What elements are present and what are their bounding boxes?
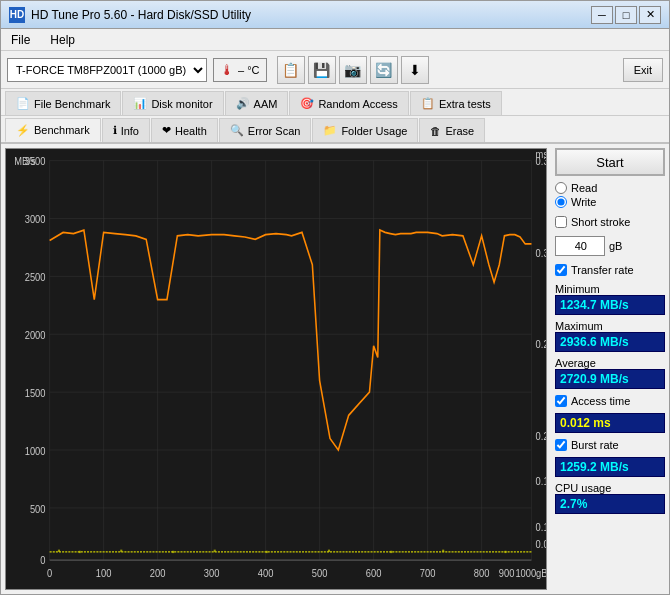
benchmark-chart: 3500 3000 2500 2000 1500 1000 500 0 MB/s…: [6, 149, 546, 589]
svg-text:700: 700: [420, 568, 436, 580]
svg-text:1500: 1500: [25, 387, 46, 399]
title-bar: HD HD Tune Pro 5.60 - Hard Disk/SSD Util…: [1, 1, 669, 29]
file-menu[interactable]: File: [5, 31, 36, 49]
svg-text:2500: 2500: [25, 272, 46, 284]
tab-extra-tests-label: Extra tests: [439, 98, 491, 110]
access-time-checkbox[interactable]: [555, 395, 567, 407]
tab-file-benchmark[interactable]: 📄 File Benchmark: [5, 91, 121, 115]
toolbar: T-FORCE TM8FPZ001T (1000 gB) 🌡 – °C 📋 💾 …: [1, 51, 669, 89]
main-window: HD HD Tune Pro 5.60 - Hard Disk/SSD Util…: [0, 0, 670, 595]
tab-folder-usage[interactable]: 📁 Folder Usage: [312, 118, 418, 142]
temperature-display: 🌡 – °C: [213, 58, 267, 82]
svg-rect-47: [58, 550, 60, 552]
thermometer-icon: 🌡: [220, 62, 234, 78]
exit-button[interactable]: Exit: [623, 58, 663, 82]
short-stroke-label: Short stroke: [571, 216, 630, 228]
average-stat: Average 2720.9 MB/s: [555, 356, 665, 389]
tab-info-label: Info: [121, 125, 139, 137]
aam-icon: 🔊: [236, 97, 250, 110]
chart-area: 3500 3000 2500 2000 1500 1000 500 0 MB/s…: [5, 148, 547, 590]
close-button[interactable]: ✕: [639, 6, 661, 24]
transfer-rate-checkbox[interactable]: [555, 264, 567, 276]
tab-health[interactable]: ❤ Health: [151, 118, 218, 142]
burst-rate-value: 1259.2 MB/s: [555, 457, 665, 477]
burst-rate-checkbox[interactable]: [555, 439, 567, 451]
minimum-value: 1234.7 MB/s: [555, 295, 665, 315]
svg-text:0.30: 0.30: [536, 247, 546, 259]
write-radio-row: Write: [555, 196, 665, 208]
svg-text:ms: ms: [536, 149, 546, 160]
tab-file-benchmark-label: File Benchmark: [34, 98, 110, 110]
burst-rate-label: Burst rate: [571, 439, 619, 451]
access-time-row: Access time: [555, 395, 665, 407]
transfer-rate-row: Transfer rate: [555, 264, 665, 276]
tab-benchmark[interactable]: ⚡ Benchmark: [5, 118, 101, 142]
svg-rect-56: [504, 551, 506, 553]
maximize-button[interactable]: □: [615, 6, 637, 24]
svg-text:500: 500: [312, 568, 328, 580]
svg-text:100: 100: [96, 568, 112, 580]
svg-rect-48: [79, 551, 81, 553]
svg-text:500: 500: [30, 503, 46, 515]
tab-erase[interactable]: 🗑 Erase: [419, 118, 485, 142]
tab-error-scan[interactable]: 🔍 Error Scan: [219, 118, 312, 142]
minimum-stat: Minimum 1234.7 MB/s: [555, 282, 665, 315]
minimize-button[interactable]: ─: [591, 6, 613, 24]
toolbar-btn-1[interactable]: 📋: [277, 56, 305, 84]
info-icon: ℹ: [113, 124, 117, 137]
erase-icon: 🗑: [430, 125, 441, 137]
help-menu[interactable]: Help: [44, 31, 81, 49]
svg-rect-55: [442, 550, 444, 552]
error-scan-icon: 🔍: [230, 124, 244, 137]
burst-rate-row: Burst rate: [555, 439, 665, 451]
svg-text:0.20: 0.20: [536, 430, 546, 442]
right-panel: Start Read Write Short stroke gB: [551, 144, 669, 594]
tab-info[interactable]: ℹ Info: [102, 118, 150, 142]
svg-text:0.05: 0.05: [536, 539, 546, 551]
tab-random-access-label: Random Access: [318, 98, 397, 110]
access-time-value: 0.012 ms: [555, 413, 665, 433]
toolbar-icons: 📋 💾 📷 🔄 ⬇: [277, 56, 429, 84]
app-icon: HD: [9, 7, 25, 23]
svg-text:300: 300: [204, 568, 220, 580]
write-radio[interactable]: [555, 196, 567, 208]
tab-error-scan-label: Error Scan: [248, 125, 301, 137]
drive-select[interactable]: T-FORCE TM8FPZ001T (1000 gB): [7, 58, 207, 82]
minimum-label: Minimum: [555, 283, 665, 295]
health-icon: ❤: [162, 124, 171, 137]
tab-random-access[interactable]: 🎯 Random Access: [289, 91, 408, 115]
toolbar-btn-4[interactable]: 🔄: [370, 56, 398, 84]
svg-text:MB/s: MB/s: [14, 156, 35, 168]
tab-disk-monitor[interactable]: 📊 Disk monitor: [122, 91, 223, 115]
maximum-label: Maximum: [555, 320, 665, 332]
cpu-value: 2.7%: [555, 494, 665, 514]
svg-text:800: 800: [474, 568, 490, 580]
benchmark-icon: ⚡: [16, 124, 30, 137]
short-stroke-spinbox[interactable]: [555, 236, 605, 256]
svg-text:900: 900: [499, 568, 515, 580]
transfer-rate-label: Transfer rate: [571, 264, 634, 276]
read-radio[interactable]: [555, 182, 567, 194]
random-access-icon: 🎯: [300, 97, 314, 110]
cpu-label: CPU usage: [555, 482, 665, 494]
tab-extra-tests[interactable]: 📋 Extra tests: [410, 91, 502, 115]
tab-aam[interactable]: 🔊 AAM: [225, 91, 289, 115]
svg-text:1000gB: 1000gB: [515, 568, 546, 580]
svg-text:0: 0: [47, 568, 53, 580]
window-title: HD Tune Pro 5.60 - Hard Disk/SSD Utility: [31, 8, 251, 22]
toolbar-btn-2[interactable]: 💾: [308, 56, 336, 84]
svg-text:2000: 2000: [25, 329, 46, 341]
short-stroke-checkbox[interactable]: [555, 216, 567, 228]
start-button[interactable]: Start: [555, 148, 665, 176]
read-radio-row: Read: [555, 182, 665, 194]
svg-rect-54: [390, 551, 392, 553]
nav-row2: ⚡ Benchmark ℹ Info ❤ Health 🔍 Error Scan…: [1, 116, 669, 144]
toolbar-btn-5[interactable]: ⬇: [401, 56, 429, 84]
svg-rect-52: [266, 551, 268, 553]
radio-group-mode: Read Write: [555, 180, 665, 210]
svg-text:1000: 1000: [25, 445, 46, 457]
toolbar-btn-3[interactable]: 📷: [339, 56, 367, 84]
main-content: 3500 3000 2500 2000 1500 1000 500 0 MB/s…: [1, 144, 669, 594]
maximum-stat: Maximum 2936.6 MB/s: [555, 319, 665, 352]
tab-disk-monitor-label: Disk monitor: [151, 98, 212, 110]
